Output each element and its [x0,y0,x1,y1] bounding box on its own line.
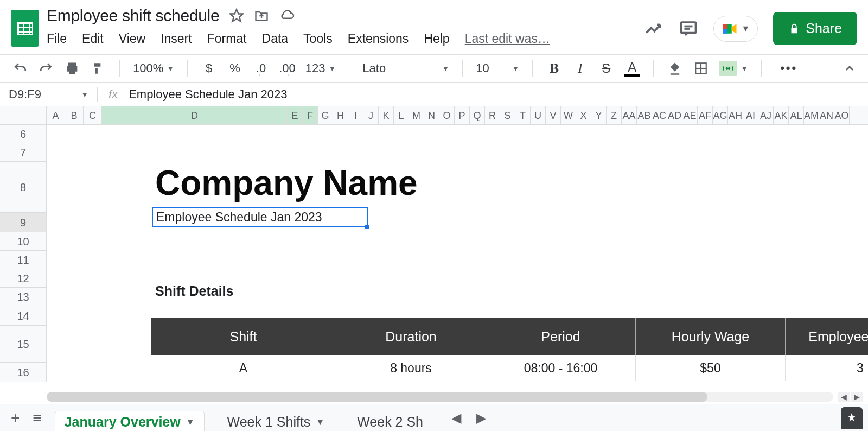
explore-button[interactable] [841,407,863,429]
column-header[interactable]: AG [713,106,728,124]
star-icon[interactable] [229,8,244,23]
column-header[interactable]: M [409,106,424,124]
column-header[interactable]: X [576,106,591,124]
share-button[interactable]: Share [773,12,857,45]
row-header[interactable]: 6 [0,125,46,143]
column-header[interactable]: F [303,106,318,124]
scroll-left-icon[interactable]: ◀ [838,392,850,402]
print-button[interactable] [64,61,80,76]
column-header[interactable]: K [379,106,394,124]
column-header[interactable]: N [424,106,439,124]
tab-week-2[interactable]: Week 2 Sh [347,411,433,431]
row-header[interactable]: 9 [0,213,46,232]
table-cell[interactable]: $50 [636,355,786,381]
table-cell[interactable]: 3 [786,355,868,381]
undo-button[interactable] [12,61,28,75]
column-header[interactable]: H [333,106,348,124]
increase-decimal-button[interactable]: .00 → [279,61,296,75]
row-header[interactable]: 12 [0,269,46,288]
column-header[interactable]: Z [607,106,622,124]
column-header[interactable]: Y [591,106,607,124]
row-header[interactable]: 15 [0,326,46,363]
cell-company-name[interactable]: Company Name [155,163,418,203]
row-header[interactable]: 16 [0,363,46,382]
table-header[interactable]: Duration [336,318,486,355]
menu-view[interactable]: View [119,31,145,46]
column-header[interactable]: P [455,106,470,124]
column-header[interactable]: R [485,106,500,124]
more-button[interactable]: ••• [780,61,797,75]
bold-button[interactable]: B [546,60,562,77]
percent-button[interactable]: % [227,61,243,75]
row-header[interactable]: 11 [0,251,46,269]
row-header[interactable]: 7 [0,143,46,162]
column-header[interactable]: AL [789,106,804,124]
table-header[interactable]: Employees per S [786,318,868,355]
row-header[interactable]: 10 [0,232,46,251]
table-cell[interactable]: 8 hours [336,355,486,381]
column-header[interactable]: G [318,106,333,124]
column-header[interactable]: B [65,106,84,124]
scroll-right-icon[interactable]: ▶ [851,392,863,402]
last-edit-link[interactable]: Last edit was… [465,31,550,46]
column-header[interactable]: AO [834,106,850,124]
all-sheets-button[interactable]: ≡ [33,409,41,427]
decrease-decimal-button[interactable]: .0 ← [253,61,269,75]
menu-insert[interactable]: Insert [161,31,192,46]
row-header[interactable]: 8 [0,162,46,213]
scrollbar-thumb[interactable] [47,392,707,402]
menu-file[interactable]: File [47,31,67,46]
number-format-dropdown[interactable]: 123 ▼ [305,61,336,75]
column-header[interactable]: L [394,106,409,124]
tab-prev-icon[interactable]: ◀ [451,410,461,426]
horizontal-scrollbar[interactable] [47,392,833,402]
menu-help[interactable]: Help [424,31,449,46]
move-to-folder-icon[interactable] [254,8,269,23]
column-header[interactable]: AB [637,106,652,124]
column-header[interactable]: AJ [758,106,774,124]
column-header[interactable]: E [288,106,303,124]
borders-button[interactable] [693,61,709,75]
column-header[interactable]: AA [622,106,637,124]
cell-selection-active[interactable]: Employee Schedule Jan 2023 [152,207,368,227]
tab-january-overview[interactable]: January Overview ▼ [55,411,205,431]
column-header[interactable]: AC [652,106,667,124]
column-header[interactable]: U [531,106,546,124]
currency-button[interactable]: $ [201,61,217,75]
column-header[interactable]: D [102,106,288,124]
column-header[interactable]: AN [819,106,834,124]
table-header[interactable]: Period [486,318,636,355]
meet-button[interactable]: ▼ [713,16,758,42]
column-header[interactable]: AH [728,106,743,124]
column-header[interactable]: AK [774,106,789,124]
column-header[interactable]: A [47,106,65,124]
paint-format-button[interactable] [90,60,106,77]
sheets-logo[interactable] [11,10,39,47]
font-family-dropdown[interactable]: Lato ▼ [362,61,449,75]
tab-week-1[interactable]: Week 1 Shifts ▼ [218,411,335,431]
redo-button[interactable] [38,61,54,75]
select-all-corner[interactable] [0,106,47,125]
fill-color-button[interactable] [667,61,683,76]
cells-area[interactable]: Company Name Employee Schedule Jan 2023 … [47,125,868,382]
tab-next-icon[interactable]: ▶ [476,410,486,426]
column-header[interactable]: T [515,106,531,124]
merge-cells-dropdown[interactable]: ▼ [719,61,748,76]
row-header[interactable]: 14 [0,306,46,326]
font-size-dropdown[interactable]: 10 ▼ [476,61,519,75]
name-box[interactable]: D9:F9 ▼ [0,87,98,102]
table-header[interactable]: Shift [151,318,336,355]
table-cell[interactable]: A [151,355,336,381]
column-header[interactable]: S [500,106,515,124]
column-header[interactable]: AF [698,106,713,124]
cloud-status-icon[interactable] [279,9,295,22]
menu-tools[interactable]: Tools [303,31,333,46]
add-sheet-button[interactable]: + [11,409,20,427]
strikethrough-button[interactable]: S [598,61,614,76]
document-title[interactable]: Employee shift schedule [47,7,219,25]
selection-handle[interactable] [365,225,369,229]
row-header[interactable]: 13 [0,288,46,306]
column-header[interactable]: AE [682,106,698,124]
column-header[interactable]: AI [743,106,758,124]
comments-icon[interactable] [679,19,698,39]
